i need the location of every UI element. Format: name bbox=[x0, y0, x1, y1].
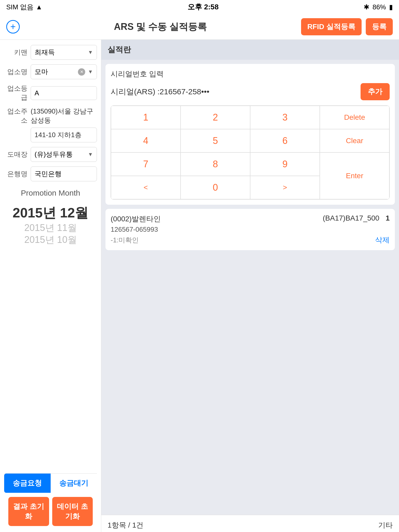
numpad-key-0[interactable]: 0 bbox=[181, 176, 250, 199]
business-row: 업소명 모마 ✕ ▼ bbox=[4, 64, 97, 79]
numpad-left-arrow[interactable]: < bbox=[111, 176, 181, 199]
bluetooth-icon: ✱ bbox=[364, 3, 369, 11]
header-left: + bbox=[6, 20, 20, 34]
grade-value: A bbox=[35, 89, 39, 97]
rfid-register-button[interactable]: RFID 실적등록 bbox=[301, 18, 362, 35]
grade-row: 업소등급 A bbox=[4, 84, 97, 102]
month-prev2[interactable]: 2015년 10월 bbox=[24, 234, 77, 246]
grade-label: 업소등급 bbox=[4, 84, 28, 102]
record-top-row: (0002)발렌타인 (BA17)BA17_500 1 bbox=[111, 214, 390, 224]
keyman-label: 키맨 bbox=[4, 48, 28, 57]
right-footer: 1항목 / 1건 기타 bbox=[101, 515, 399, 532]
header: + ARS 및 수동 실적등록 RFID 실적등록 등록 bbox=[0, 14, 399, 40]
record-count: 1 bbox=[385, 214, 390, 222]
serial-value: 216567-258••• bbox=[159, 87, 209, 96]
left-panel: 키맨 최재득 ▼ 업소명 모마 ✕ ▼ 업소등급 A bbox=[0, 40, 101, 532]
bank-input: 국민은행 bbox=[31, 167, 97, 181]
register-button[interactable]: 등록 bbox=[366, 18, 393, 35]
spacer bbox=[101, 250, 399, 515]
business-dropdown-icon: ▼ bbox=[88, 69, 93, 75]
record-status-row: -1:미확인 삭제 bbox=[111, 235, 390, 245]
page-title: ARS 및 수동 실적등록 bbox=[20, 21, 301, 33]
right-panel: 실적란 시리얼번호 입력 시리얼(ARS) : 216567-258••• 추가… bbox=[101, 40, 399, 532]
keyman-value: 최재득 bbox=[35, 48, 55, 57]
serial-label: 시리얼(ARS) : bbox=[111, 87, 159, 97]
keyman-input[interactable]: 최재득 ▼ bbox=[31, 45, 97, 60]
numpad-key-7[interactable]: 7 bbox=[111, 152, 181, 176]
record-item: (0002)발렌타인 (BA17)BA17_500 1 126567-06599… bbox=[111, 214, 390, 245]
wholesaler-dropdown-icon: ▼ bbox=[88, 151, 93, 157]
time-label: 오후 2:58 bbox=[188, 2, 219, 12]
business-label: 업소명 bbox=[4, 67, 28, 76]
address-row: 업소주소 (135090)서울 강남구 삼성동 141-10 지하1층 bbox=[4, 107, 97, 142]
wholesaler-input[interactable]: (유)성두유통 ▼ bbox=[31, 147, 97, 162]
numpad-right-arrow[interactable]: > bbox=[250, 176, 320, 199]
tab-remittance-waiting[interactable]: 송금대기 bbox=[51, 474, 97, 493]
promotion-label: Promotion Month bbox=[4, 189, 97, 197]
business-value: 모마 bbox=[35, 67, 48, 76]
status-right: ✱ 86% ▮ bbox=[364, 3, 393, 11]
status-bar: SIM 없음 ▲ 오후 2:58 ✱ 86% ▮ bbox=[0, 0, 399, 14]
data-reset-button[interactable]: 데이터 초기화 bbox=[52, 497, 93, 526]
numpad-delete-button[interactable]: Delete bbox=[320, 106, 389, 129]
numpad-key-5[interactable]: 5 bbox=[181, 129, 250, 152]
record-name: (0002)발렌타인 bbox=[111, 214, 161, 224]
month-prev1[interactable]: 2015년 11월 bbox=[24, 222, 77, 234]
footer-label: 기타 bbox=[378, 520, 393, 530]
plus-button[interactable]: + bbox=[6, 20, 20, 34]
wholesaler-label: 도매장 bbox=[4, 150, 28, 159]
wifi-icon: ▲ bbox=[36, 3, 42, 11]
main-layout: 키맨 최재득 ▼ 업소명 모마 ✕ ▼ 업소등급 A bbox=[0, 40, 399, 532]
battery-icon: ▮ bbox=[389, 3, 393, 11]
keyman-dropdown-icon: ▼ bbox=[88, 49, 93, 55]
numpad-key-2[interactable]: 2 bbox=[181, 106, 250, 129]
numpad-key-6[interactable]: 6 bbox=[250, 129, 320, 152]
tab-remittance-request[interactable]: 송금요청 bbox=[4, 474, 51, 493]
address-line1: (135090)서울 강남구 삼성동 bbox=[31, 107, 97, 125]
numpad-clear-button[interactable]: Clear bbox=[320, 129, 389, 152]
carrier-label: SIM 없음 bbox=[6, 3, 34, 12]
address-label: 업소주소 bbox=[4, 107, 28, 125]
business-clear-button[interactable]: ✕ bbox=[78, 68, 85, 76]
numpad-key-4[interactable]: 4 bbox=[111, 129, 181, 152]
numpad-key-3[interactable]: 3 bbox=[250, 106, 320, 129]
result-reset-button[interactable]: 결과 초기화 bbox=[8, 497, 49, 526]
add-serial-button[interactable]: 추가 bbox=[361, 83, 390, 100]
record-code: (BA17)BA17_500 bbox=[323, 214, 379, 222]
month-current[interactable]: 2015년 12월 bbox=[13, 204, 89, 222]
header-right: RFID 실적등록 등록 bbox=[301, 18, 393, 35]
keyman-row: 키맨 최재득 ▼ bbox=[4, 45, 97, 60]
grade-input: A bbox=[31, 86, 97, 100]
record-serial: 126567-065993 bbox=[111, 225, 390, 234]
bank-label: 은행명 bbox=[4, 169, 28, 178]
serial-input-title: 시리얼번호 입력 bbox=[111, 69, 390, 79]
numpad-key-9[interactable]: 9 bbox=[250, 152, 320, 176]
address-line2: 141-10 지하1층 bbox=[31, 128, 97, 142]
left-footer: 결과 초기화 데이터 초기화 bbox=[4, 493, 97, 530]
month-picker[interactable]: 2015년 12월 2015년 11월 2015년 10월 bbox=[4, 202, 97, 473]
business-input[interactable]: 모마 ✕ ▼ bbox=[31, 64, 97, 79]
numpad-key-8[interactable]: 8 bbox=[181, 152, 250, 176]
serial-input-row: 시리얼(ARS) : 216567-258••• 추가 bbox=[111, 83, 390, 100]
numpad: 1 2 3 Delete 4 5 6 Clear 7 8 9 Enter < 0… bbox=[111, 105, 390, 200]
record-status: -1:미확인 bbox=[111, 236, 139, 245]
record-section: (0002)발렌타인 (BA17)BA17_500 1 126567-06599… bbox=[105, 209, 395, 250]
numpad-key-1[interactable]: 1 bbox=[111, 106, 181, 129]
wholesaler-row: 도매장 (유)성두유통 ▼ bbox=[4, 147, 97, 162]
bank-value: 국민은행 bbox=[35, 169, 62, 178]
record-delete-button[interactable]: 삭제 bbox=[375, 235, 390, 245]
footer-count: 1항목 / 1건 bbox=[108, 520, 143, 530]
tab-bar: 송금요청 송금대기 bbox=[4, 473, 97, 493]
serial-section: 시리얼번호 입력 시리얼(ARS) : 216567-258••• 추가 1 2… bbox=[105, 64, 395, 205]
battery-label: 86% bbox=[373, 3, 386, 11]
bank-row: 은행명 국민은행 bbox=[4, 167, 97, 181]
numpad-enter-button[interactable]: Enter bbox=[320, 152, 389, 199]
wholesaler-value: (유)성두유통 bbox=[35, 150, 73, 159]
status-left: SIM 없음 ▲ bbox=[6, 3, 42, 12]
right-section-title: 실적란 bbox=[101, 40, 399, 60]
